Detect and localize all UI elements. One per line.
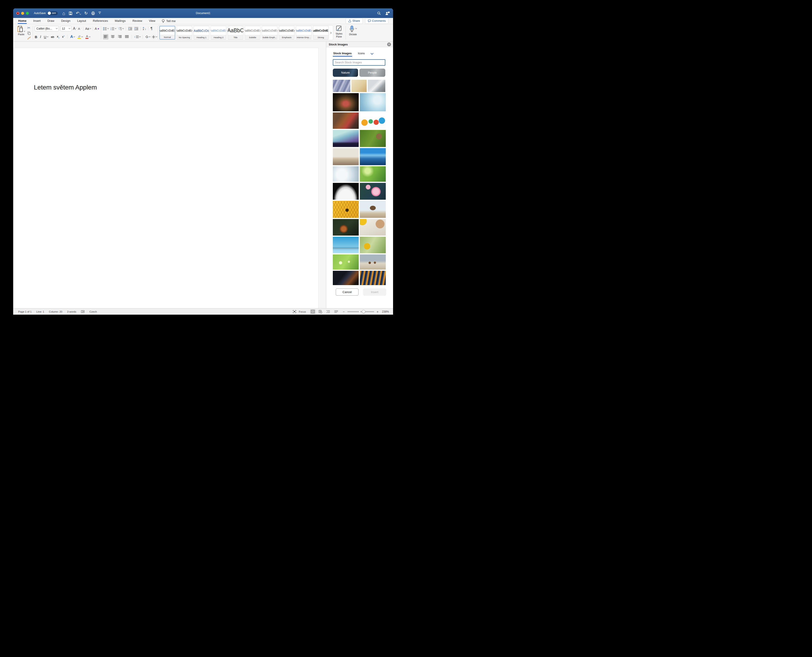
pane-tabs-chevron-icon[interactable] bbox=[371, 52, 374, 55]
stock-image-bee-honeycomb[interactable] bbox=[333, 201, 359, 218]
zoom-slider[interactable] bbox=[347, 311, 374, 312]
stock-image-tiger[interactable] bbox=[333, 219, 359, 235]
tab-view[interactable]: View bbox=[148, 18, 156, 24]
stock-image-cookie-dough[interactable] bbox=[351, 80, 367, 92]
format-painter-icon[interactable] bbox=[27, 36, 31, 40]
language-indicator[interactable]: Czech bbox=[89, 310, 97, 313]
style-emphasis[interactable]: AaBbCcDdEeEmphasis bbox=[279, 26, 295, 39]
home-icon[interactable]: ⌂ bbox=[62, 11, 65, 16]
stock-image-swan[interactable] bbox=[333, 183, 359, 200]
stock-image-horses-beach[interactable] bbox=[360, 254, 386, 270]
copy-icon[interactable] bbox=[27, 31, 31, 35]
document-page[interactable]: Letem světem Applem bbox=[14, 48, 319, 308]
tab-layout[interactable]: Layout bbox=[77, 18, 86, 24]
proofing-icon[interactable] bbox=[81, 310, 84, 313]
align-right-button[interactable] bbox=[117, 34, 123, 39]
bullets-button[interactable] bbox=[103, 27, 109, 30]
style-heading-2[interactable]: AaBbCcDdEeHeading 2 bbox=[211, 26, 226, 39]
stock-images-search-input[interactable] bbox=[333, 59, 385, 65]
print-icon[interactable] bbox=[91, 11, 95, 15]
stock-image-handshake[interactable] bbox=[368, 80, 385, 92]
cancel-button[interactable]: Cancel bbox=[336, 288, 359, 296]
shading-button[interactable] bbox=[145, 35, 150, 38]
stock-image-wildflowers[interactable] bbox=[360, 166, 386, 182]
borders-button[interactable] bbox=[152, 35, 157, 39]
clear-formatting-button[interactable]: A◆ bbox=[95, 27, 99, 30]
comments-button[interactable]: Comments bbox=[365, 18, 389, 24]
zoom-slider-knob[interactable] bbox=[362, 310, 365, 313]
view-web-layout-button[interactable] bbox=[318, 310, 323, 314]
dictate-button[interactable]: Dictate bbox=[348, 25, 358, 40]
stock-image-city-skyline[interactable] bbox=[360, 148, 386, 165]
close-window-button[interactable] bbox=[16, 12, 19, 15]
multilevel-list-button[interactable]: 1ai bbox=[118, 27, 124, 30]
style-title[interactable]: AaBbCTitle bbox=[228, 26, 244, 39]
styles-pane-button[interactable]: StylesPane bbox=[334, 25, 344, 40]
font-color-button[interactable]: A bbox=[86, 35, 90, 39]
stock-image-agave-leaves[interactable] bbox=[333, 80, 350, 92]
style-no-spacing[interactable]: AaBbCcDdEeNo Spacing bbox=[176, 26, 192, 39]
style-heading-1[interactable]: AaBbCcDcHeading 1 bbox=[194, 26, 209, 39]
zoom-out-button[interactable]: − bbox=[343, 310, 345, 313]
undo-button[interactable]: ↶ bbox=[76, 11, 81, 15]
style-normal[interactable]: AaBbCcDdEeNormal bbox=[159, 26, 175, 39]
highlight-button[interactable] bbox=[78, 35, 83, 39]
tab-design[interactable]: Design bbox=[61, 18, 71, 24]
tab-references[interactable]: References bbox=[92, 18, 108, 24]
presence-share-icon[interactable] bbox=[385, 11, 390, 15]
increase-indent-icon[interactable] bbox=[134, 27, 139, 30]
tab-review[interactable]: Review bbox=[132, 18, 143, 24]
pane-tab-icons[interactable]: Icons bbox=[358, 52, 365, 56]
grow-font-button[interactable]: Aˆ bbox=[73, 26, 77, 31]
justify-button[interactable] bbox=[124, 34, 130, 39]
style-intense-emphasis[interactable]: AaBbCcDdEeIntense Emp... bbox=[296, 26, 312, 39]
stock-image-falcon[interactable] bbox=[360, 201, 386, 218]
view-print-layout-button[interactable] bbox=[310, 310, 315, 314]
shrink-font-button[interactable]: Aˇ bbox=[78, 27, 81, 30]
customize-quick-access-icon[interactable]: ▾ bbox=[98, 12, 101, 14]
style-subtle-emphasis[interactable]: AaBbCcDdEeSubtle Emph... bbox=[262, 26, 278, 39]
style-strong[interactable]: AaBbCcDdEeStrong bbox=[313, 26, 329, 39]
tab-draw[interactable]: Draw bbox=[47, 18, 55, 24]
text-effects-button[interactable]: A bbox=[70, 34, 75, 39]
stock-image-stopwatch[interactable] bbox=[333, 166, 359, 182]
category-nature[interactable]: Nature bbox=[333, 69, 358, 77]
decrease-indent-icon[interactable] bbox=[128, 27, 132, 30]
show-paragraph-marks-button[interactable]: ¶ bbox=[150, 27, 153, 30]
pane-tab-stock-images[interactable]: Stock Images bbox=[333, 52, 352, 56]
stock-image-birds-on-wires[interactable] bbox=[333, 237, 359, 253]
paste-button[interactable]: Paste bbox=[16, 25, 27, 40]
view-draft-button[interactable] bbox=[334, 310, 339, 313]
stock-image-cat-grass[interactable] bbox=[360, 130, 386, 147]
stock-image-concert-crowd[interactable] bbox=[333, 130, 359, 147]
tab-insert[interactable]: Insert bbox=[33, 18, 41, 24]
share-button[interactable]: Share bbox=[345, 18, 362, 24]
stock-image-bubbles[interactable] bbox=[360, 93, 386, 111]
document-text[interactable]: Letem světem Applem bbox=[34, 84, 97, 91]
redo-icon[interactable]: ↻ bbox=[84, 11, 88, 15]
align-left-button[interactable] bbox=[103, 34, 108, 39]
focus-label[interactable]: Focus bbox=[299, 310, 306, 313]
numbering-button[interactable]: 123 bbox=[111, 27, 116, 30]
word-count[interactable]: 3 words bbox=[67, 310, 76, 313]
tab-mailings[interactable]: Mailings bbox=[114, 18, 126, 24]
line-spacing-button[interactable]: ↕ bbox=[134, 35, 141, 38]
subscript-button[interactable]: x2 bbox=[57, 35, 59, 39]
zoom-percentage[interactable]: 238% bbox=[382, 310, 389, 313]
italic-button[interactable]: I bbox=[40, 35, 41, 39]
zoom-window-button[interactable] bbox=[26, 12, 29, 15]
stock-image-ink-clouds[interactable] bbox=[360, 112, 386, 129]
line-indicator[interactable]: Line: 1 bbox=[36, 310, 44, 313]
bold-button[interactable]: B bbox=[35, 35, 37, 39]
autosave-toggle[interactable]: OFF bbox=[47, 11, 58, 15]
stock-image-mandrill[interactable] bbox=[333, 93, 359, 111]
stock-image-paintbrush[interactable] bbox=[333, 112, 359, 129]
search-icon[interactable] bbox=[377, 11, 381, 15]
underline-button[interactable]: U bbox=[44, 35, 48, 39]
sort-button[interactable]: AZ ↓ bbox=[143, 27, 146, 30]
view-outline-button[interactable] bbox=[326, 310, 331, 313]
style-subtitle[interactable]: AaBbCcDdEeSubtitle bbox=[245, 26, 261, 39]
superscript-button[interactable]: x2 bbox=[62, 35, 64, 38]
tell-me-button[interactable]: Tell me bbox=[162, 19, 175, 23]
stock-image-suit-watch[interactable] bbox=[333, 271, 359, 285]
